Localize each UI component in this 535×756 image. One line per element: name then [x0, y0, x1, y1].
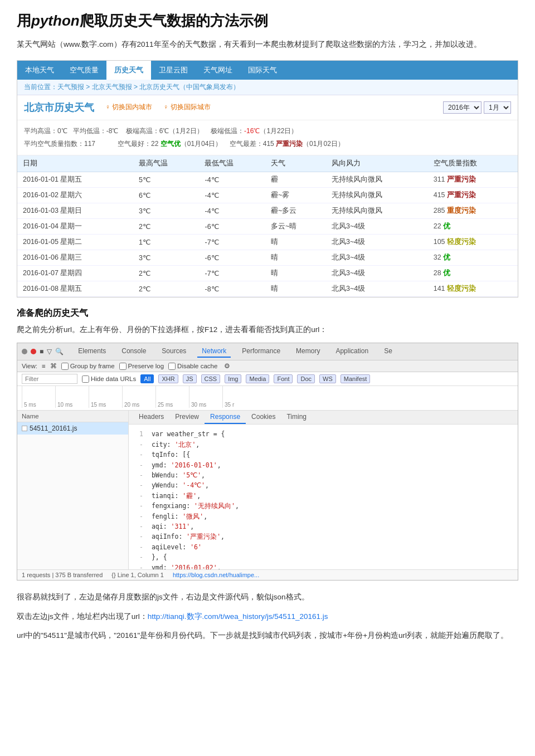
weather-header: 北京市历史天气 ♀ 切换国内城市 ♀ 切换国际城市 2016年 1月	[17, 95, 518, 120]
table-row: 2016-01-05 星期二1℃-7℃晴北风3~4级105 轻度污染	[17, 234, 518, 250]
tab-response[interactable]: Response	[205, 411, 246, 424]
tab-cookies[interactable]: Cookies	[246, 411, 281, 424]
city-switch-domestic[interactable]: ♀ 切换国内城市	[105, 103, 152, 112]
tab-console[interactable]: Console	[117, 345, 150, 358]
devtools-toolbar: View: ≡ ⌘ Group by frame Preserve log Di…	[17, 360, 518, 372]
table-row: 2016-01-01 星期五5℃-4℃霾无持续风向微风311 严重污染	[17, 172, 518, 187]
file-checkbox	[22, 426, 27, 431]
stop-icon[interactable]: ■	[40, 348, 43, 355]
tick-35ms: 35 r	[222, 386, 256, 408]
file-name: 54511_20161.js	[30, 425, 77, 432]
filter-tag-img[interactable]: Img	[225, 374, 241, 383]
month-select[interactable]: 1月	[484, 101, 511, 114]
col-high-temp: 最高气温	[133, 155, 199, 172]
tab-memory[interactable]: Memory	[291, 345, 324, 358]
timeline-bar: 5 ms 10 ms 15 ms 20 ms 25 ms 30 ms 35 r	[17, 386, 518, 411]
tree-view-icon[interactable]: ⌘	[50, 362, 57, 370]
tab-network[interactable]: Network	[197, 345, 231, 358]
search-icon[interactable]: 🔍	[55, 348, 64, 355]
hide-data-urls-checkbox[interactable]: Hide data URLs	[82, 375, 136, 383]
year-select[interactable]: 2016年	[443, 101, 481, 114]
tab-headers[interactable]: Headers	[133, 411, 169, 424]
bottom-text-1: 很容易就找到了，左边是储存月度数据的js文件，右边是文件源代码，貌似json格式…	[17, 591, 518, 604]
bottom-text-3: url中的"54511"是城市代码，"20161"是年份和月份代码。下一步就是找…	[17, 629, 518, 642]
weather-stats: 平均高温：0℃ 平均低温：-8℃ 极端高温：6℃（1月2日） 极端低温：-16℃…	[17, 120, 518, 155]
nav-history-weather[interactable]: 历史天气	[106, 61, 151, 80]
nav-weather-site[interactable]: 天气网址	[196, 61, 240, 80]
filter-input[interactable]	[22, 374, 77, 384]
col-low-temp: 最低气温	[199, 155, 265, 172]
col-weather: 天气	[265, 155, 326, 172]
filter-bar: Hide data URLs All XHR JS CSS Img Media …	[17, 372, 518, 386]
table-row: 2016-01-03 星期日3℃-4℃霾~多云无持续风向微风285 重度污染	[17, 203, 518, 218]
weather-table: 日期 最高气温 最低气温 天气 风向风力 空气质量指数 2016-01-01 星…	[17, 155, 518, 297]
list-view-icon[interactable]: ≡	[42, 363, 46, 369]
filter-icon[interactable]: ▽	[47, 348, 52, 355]
filter-tag-all[interactable]: All	[140, 374, 154, 383]
tick-10ms: 10 ms	[55, 386, 89, 408]
col-wind: 风向风力	[326, 155, 428, 172]
tick-25ms: 25 ms	[155, 386, 189, 408]
response-code: 1 var weather_str = {- city: '北京',- tqIn…	[129, 425, 518, 569]
filter-tag-doc[interactable]: Doc	[297, 374, 315, 383]
position-info: {} Line 1, Column 1	[111, 572, 164, 578]
code-line: - aqiLevel: '6'	[133, 542, 513, 552]
settings-icon[interactable]: ⚙	[224, 362, 230, 370]
devtools-response-panel: Headers Preview Response Cookies Timing …	[129, 411, 518, 569]
disable-cache-checkbox[interactable]: Disable cache	[168, 363, 217, 370]
code-line: - city: '北京',	[133, 440, 513, 450]
tab-performance[interactable]: Performance	[237, 345, 285, 358]
intro-paragraph: 某天气网站（www.数字.com）存有2011年至今的天气数据，有天看到一本爬虫…	[17, 38, 518, 51]
filter-tag-media[interactable]: Media	[246, 374, 269, 383]
tab-application[interactable]: Application	[331, 345, 373, 358]
code-line: 1 var weather_str = {	[133, 429, 513, 439]
bottom-text-section: 很容易就找到了，左边是储存月度数据的js文件，右边是文件源代码，貌似json格式…	[17, 591, 518, 642]
table-row: 2016-01-06 星期三3℃-6℃晴北风3~4级32 优	[17, 250, 518, 265]
filter-tag-js[interactable]: JS	[183, 374, 197, 383]
filter-tag-manifest[interactable]: Manifest	[341, 374, 371, 383]
tab-timing[interactable]: Timing	[281, 411, 312, 424]
filter-tag-ws[interactable]: WS	[319, 374, 336, 383]
nav-satellite[interactable]: 卫星云图	[151, 61, 196, 80]
code-line: - ymd: '2016-01-01',	[133, 460, 513, 470]
url-info: https://blog.csdn.net/hualimpe...	[173, 572, 259, 578]
view-label: View:	[22, 363, 37, 369]
file-item-js[interactable]: 54511_20161.js	[17, 422, 128, 435]
code-line: - aqiInfo: '严重污染',	[133, 531, 513, 542]
tick-20ms: 20 ms	[122, 386, 155, 408]
bottom-text-2: 双击左边js文件，地址栏内出现了url：http://tianqi.数字.com…	[17, 610, 518, 623]
nav-international[interactable]: 国际天气	[240, 61, 285, 80]
preserve-log-checkbox[interactable]: Preserve log	[119, 363, 164, 370]
nav-local-weather[interactable]: 本地天气	[17, 61, 62, 80]
inspect-icon[interactable]	[22, 349, 27, 354]
table-row: 2016-01-02 星期六6℃-4℃霾~雾无持续风向微风415 严重污染	[17, 187, 518, 203]
devtools-statusbar: 1 requests | 375 B transferred {} Line 1…	[17, 569, 518, 580]
devtools-content: Name 54511_20161.js Headers Preview Resp…	[17, 411, 518, 569]
response-tabs: Headers Preview Response Cookies Timing	[129, 411, 518, 425]
tab-sources[interactable]: Sources	[157, 345, 191, 358]
table-row: 2016-01-07 星期四2℃-7℃晴北风3~4级28 优	[17, 265, 518, 281]
filter-tag-font[interactable]: Font	[274, 374, 293, 383]
breadcrumb: 当前位置：天气预报 > 北京天气预报 > 北京历史天气（中国气象局发布）	[17, 80, 518, 95]
group-by-frame-checkbox[interactable]: Group by frame	[61, 363, 115, 370]
record-icon[interactable]	[31, 349, 36, 354]
code-line: - ymd: '2016-01-02',	[133, 563, 513, 570]
code-line: - fengli: '微风',	[133, 511, 513, 521]
filter-tag-xhr[interactable]: XHR	[158, 374, 178, 383]
year-month-selector[interactable]: 2016年 1月	[443, 101, 511, 114]
devtools-topbar: ■ ▽ 🔍 Elements Console Sources Network P…	[17, 343, 518, 360]
nav-air-quality[interactable]: 空气质量	[62, 61, 106, 80]
weather-site-mockup: 本地天气 空气质量 历史天气 卫星云图 天气网址 国际天气 当前位置：天气预报 …	[17, 60, 518, 297]
tab-se[interactable]: Se	[380, 345, 397, 358]
stats-line2: 平均空气质量指数：117 空气最好：22 空气优（01月04日） 空气最差：41…	[24, 138, 511, 150]
code-line: - tianqi: '霾',	[133, 491, 513, 501]
tick-5ms: 5 ms	[22, 386, 55, 408]
tab-elements[interactable]: Elements	[74, 345, 110, 358]
filter-tag-css[interactable]: CSS	[201, 374, 221, 383]
code-line: - bWendu: '5℃',	[133, 470, 513, 480]
devtools-file-list: Name 54511_20161.js	[17, 411, 129, 569]
tab-preview[interactable]: Preview	[169, 411, 205, 424]
stats-line1: 平均高温：0℃ 平均低温：-8℃ 极端高温：6℃（1月2日） 极端低温：-16℃…	[24, 125, 511, 138]
city-switch-international[interactable]: ♀ 切换国际城市	[163, 103, 210, 112]
code-line: - aqi: '311',	[133, 521, 513, 531]
